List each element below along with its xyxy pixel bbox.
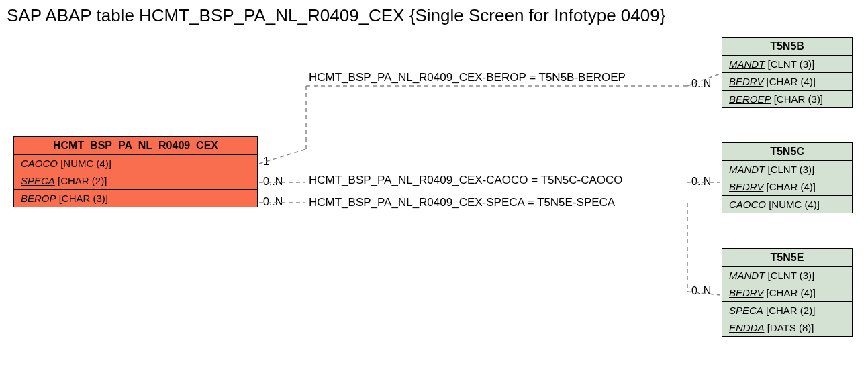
cardinality-left-2: 0..N bbox=[263, 176, 283, 188]
field-name: CAOCO bbox=[729, 199, 766, 210]
field-name: MANDT bbox=[729, 164, 765, 175]
field-name: MANDT bbox=[729, 270, 765, 281]
entity-field: ENDDA [DATS (8)] bbox=[722, 319, 852, 336]
entity-main: HCMT_BSP_PA_NL_R0409_CEX CAOCO [NUMC (4)… bbox=[13, 136, 258, 207]
field-type: [NUMC (4)] bbox=[60, 158, 111, 169]
entity-t5n5b-header: T5N5B bbox=[722, 38, 852, 56]
field-type: [NUMC (4)] bbox=[769, 199, 820, 210]
relation-label-2: HCMT_BSP_PA_NL_R0409_CEX-CAOCO = T5N5C-C… bbox=[309, 174, 623, 187]
entity-field: MANDT [CLNT (3)] bbox=[722, 56, 852, 73]
relation-label-3: HCMT_BSP_PA_NL_R0409_CEX-SPECA = T5N5E-S… bbox=[309, 196, 615, 209]
field-name: SPECA bbox=[729, 305, 763, 316]
field-type: [CHAR (2)] bbox=[766, 305, 815, 316]
field-name: BEDRV bbox=[729, 181, 763, 192]
entity-t5n5e: T5N5E MANDT [CLNT (3)] BEDRV [CHAR (4)] … bbox=[722, 248, 853, 337]
cardinality-left-3: 0..N bbox=[263, 196, 283, 208]
cardinality-right-2: 0..N bbox=[691, 176, 711, 188]
cardinality-right-1: 0..N bbox=[691, 78, 711, 90]
entity-field: SPECA [CHAR (2)] bbox=[722, 302, 852, 319]
field-type: [CHAR (3)] bbox=[59, 192, 108, 204]
field-name: CAOCO bbox=[21, 158, 58, 169]
entity-t5n5e-header: T5N5E bbox=[722, 249, 852, 267]
field-type: [CHAR (2)] bbox=[58, 175, 107, 186]
field-name: ENDDA bbox=[729, 322, 765, 333]
field-name: BEDRV bbox=[729, 287, 763, 298]
field-type: [CLNT (3)] bbox=[768, 270, 815, 281]
entity-field: BEDRV [CHAR (4)] bbox=[722, 284, 852, 302]
entity-main-header: HCMT_BSP_PA_NL_R0409_CEX bbox=[14, 137, 257, 155]
entity-field: MANDT [CLNT (3)] bbox=[722, 267, 852, 284]
field-type: [DATS (8)] bbox=[767, 322, 814, 333]
entity-field: BEROP [CHAR (3)] bbox=[14, 190, 257, 207]
field-type: [CHAR (4)] bbox=[767, 181, 816, 192]
field-type: [CHAR (3)] bbox=[774, 93, 823, 105]
cardinality-left-1: 1 bbox=[263, 156, 269, 168]
entity-field: BEDRV [CHAR (4)] bbox=[722, 73, 852, 91]
entity-field: BEROEP [CHAR (3)] bbox=[722, 91, 852, 107]
field-type: [CHAR (4)] bbox=[767, 287, 816, 298]
page-title: SAP ABAP table HCMT_BSP_PA_NL_R0409_CEX … bbox=[7, 5, 665, 26]
field-name: BEROEP bbox=[729, 93, 771, 105]
field-name: SPECA bbox=[21, 175, 55, 186]
relation-label-1: HCMT_BSP_PA_NL_R0409_CEX-BEROP = T5N5B-B… bbox=[309, 71, 626, 85]
field-type: [CHAR (4)] bbox=[767, 76, 816, 87]
entity-t5n5c-header: T5N5C bbox=[722, 143, 852, 161]
field-name: MANDT bbox=[729, 58, 765, 70]
field-type: [CLNT (3)] bbox=[768, 58, 815, 70]
entity-field: CAOCO [NUMC (4)] bbox=[722, 196, 852, 213]
entity-field: SPECA [CHAR (2)] bbox=[14, 172, 257, 190]
entity-t5n5b: T5N5B MANDT [CLNT (3)] BEDRV [CHAR (4)] … bbox=[722, 37, 853, 108]
entity-field: CAOCO [NUMC (4)] bbox=[14, 155, 257, 172]
entity-field: BEDRV [CHAR (4)] bbox=[722, 178, 852, 196]
field-name: BEDRV bbox=[729, 76, 763, 87]
entity-field: MANDT [CLNT (3)] bbox=[722, 161, 852, 178]
field-type: [CLNT (3)] bbox=[768, 164, 815, 175]
entity-t5n5c: T5N5C MANDT [CLNT (3)] BEDRV [CHAR (4)] … bbox=[722, 142, 853, 213]
field-name: BEROP bbox=[21, 192, 56, 204]
cardinality-right-3: 0..N bbox=[691, 285, 711, 297]
